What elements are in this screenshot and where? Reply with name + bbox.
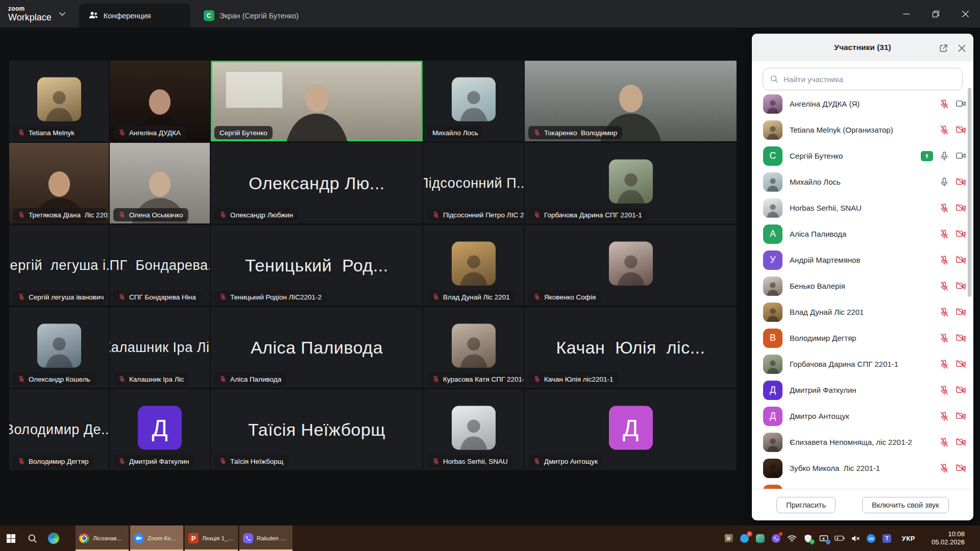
participant-row-14[interactable]: Єлизавета Непомняща, ліс 2201-2	[752, 429, 973, 455]
notification-badge-icon[interactable]: 5	[740, 533, 750, 543]
participant-row-12[interactable]: ДДмитрий Фаткулин	[752, 377, 973, 403]
camera-off-icon	[955, 411, 966, 420]
close-button[interactable]	[950, 0, 980, 28]
window-controls	[891, 0, 980, 28]
maximize-button[interactable]	[921, 0, 950, 28]
mic-muted-icon	[432, 293, 439, 300]
participant-row-5[interactable]: Horbas Serhii, SNAU	[752, 195, 973, 221]
participant-row-7[interactable]: УАндрій Мартемянов	[752, 247, 973, 273]
participant-name: Tetiana Melnyk (Организатор)	[790, 126, 932, 134]
start-button[interactable]	[0, 525, 21, 551]
nameplate: Олена Осьмачко	[113, 208, 188, 221]
participants-title: Участники (31)	[834, 43, 891, 52]
video-tile-7[interactable]: Олена Осьмачко	[110, 143, 210, 223]
mic-muted-icon	[118, 129, 126, 136]
bank-app-icon[interactable]	[755, 533, 766, 543]
mic-muted-icon	[118, 375, 126, 383]
teams-icon[interactable]: T	[882, 533, 892, 543]
participant-row-9[interactable]: Влад Дунай Ліс 2201	[752, 299, 973, 325]
participant-row-3[interactable]: CСергій Бутенко	[752, 143, 973, 169]
nameplate: Михайло Лось	[427, 126, 483, 139]
mic-muted-icon	[533, 211, 541, 218]
video-tile-15[interactable]: Яковенко Софія	[525, 225, 737, 306]
zoom-workplace-logo[interactable]: zoom Workplace	[0, 0, 52, 28]
cast-display-icon[interactable]	[819, 533, 829, 543]
taskbar-app-label: Rakuten Viber	[257, 535, 289, 541]
participant-row-15[interactable]: Зубко Микола Ліс 2201-1	[752, 455, 973, 481]
volume-muted-icon[interactable]	[850, 533, 861, 543]
video-tile-17[interactable]: Калашник Іра Ліс Калашник Іра Ліс	[110, 307, 210, 388]
search-input[interactable]	[763, 68, 963, 90]
mic-muted-icon	[432, 458, 439, 465]
video-tile-20[interactable]: Качан Юлія ліс... Качан Юлія ліс2201-1	[525, 307, 737, 388]
nameplate: Токаренко Володимир	[528, 126, 622, 139]
participant-row-1[interactable]: Ангеліна ДУДКА (Я)	[752, 91, 973, 117]
chevron-down-icon[interactable]	[59, 12, 66, 16]
video-tile-2[interactable]: Ангеліна ДУДКА	[110, 61, 210, 141]
nameplate: Горбачова Дарина СПГ 2201-1	[528, 208, 647, 221]
participant-row-4[interactable]: Михайло Лось	[752, 169, 973, 195]
taskbar-app-viber[interactable]: Rakuten Viber	[239, 525, 292, 551]
mic-muted-icon	[18, 293, 25, 300]
video-tile-14[interactable]: Влад Дунай Ліс 2201	[424, 225, 524, 306]
video-tile-10[interactable]: Горбачова Дарина СПГ 2201-1	[525, 143, 737, 223]
participant-search	[763, 68, 963, 90]
participant-row-2[interactable]: Tetiana Melnyk (Организатор)	[752, 117, 973, 143]
mic-muted-icon	[939, 255, 949, 265]
video-tile-3[interactable]: Сергій Бутенко	[211, 61, 423, 141]
taskbar-app-powerpoint[interactable]: P Лекція 1_ВСДФ (1)....	[185, 525, 238, 551]
video-tile-19[interactable]: Курасова Катя СПГ 2201-1	[424, 307, 524, 388]
tab-screen-share[interactable]: C Экран (Сергій Бутенко)	[194, 4, 308, 28]
participant-row-16[interactable]	[752, 481, 973, 489]
participant-row-8[interactable]: Бенько Валерія	[752, 273, 973, 299]
zoom-tray-icon[interactable]: zm	[866, 533, 876, 543]
invite-button[interactable]: Пригласить	[776, 497, 836, 513]
participant-name: Володимир Дегтяр	[790, 334, 932, 342]
unmute-self-button[interactable]: Включить свой звук	[862, 497, 949, 513]
taskbar-clock[interactable]: 10:08 05.02.2026	[925, 530, 965, 546]
tray-app-icon[interactable]	[724, 533, 734, 543]
participant-row-11[interactable]: Горбачова Дарина СПГ 2201-1	[752, 351, 973, 377]
tab-meeting[interactable]: Конференция	[79, 4, 190, 28]
taskbar-app-chrome[interactable]: Лісознавство як н...	[76, 525, 129, 551]
video-tile-1[interactable]: Tetiana Melnyk	[9, 61, 109, 141]
video-tile-25[interactable]: Д Дмитро Антощук	[525, 389, 737, 470]
video-tile-12[interactable]: СПГ Бондарева... СПГ Бондарева Ніна	[110, 225, 210, 306]
windows-logo-icon	[7, 534, 15, 543]
video-tile-9[interactable]: Підсосонний П... Підсосонний Петро ЛІС 2…	[424, 143, 524, 223]
video-tile-11[interactable]: Сергій легуша і... Сергій легуша іванови…	[9, 225, 109, 306]
participant-row-13[interactable]: ДДмитро Антощук	[752, 403, 973, 429]
video-tile-18[interactable]: Аліса Паливода Аліса Паливода	[211, 307, 423, 388]
video-tile-22[interactable]: Д Дмитрий Фаткулин	[110, 389, 210, 470]
close-panel-icon[interactable]	[956, 42, 967, 54]
taskbar-app-zoom[interactable]: Zoom Конференц...	[130, 525, 183, 551]
participant-row-6[interactable]: AАліса Паливода	[752, 221, 973, 247]
video-tile-4[interactable]: Михайло Лось	[424, 61, 524, 141]
nameplate: Сергій легуша іванович	[13, 290, 106, 304]
video-tile-8[interactable]: Олександр Лю... Олександр Любжин	[211, 143, 423, 223]
taskbar-app-label: Лісознавство як н...	[93, 535, 125, 541]
video-tile-16[interactable]: Олександр Кошель	[9, 307, 109, 388]
video-tile-6[interactable]: Третякова Діана Ліс 2201-2	[9, 143, 109, 223]
video-tile-23[interactable]: Таїсія Неїжборщ Таїсія Неїжборщ	[211, 389, 423, 470]
video-tile-24[interactable]: Horbas Serhii, SNAU	[424, 389, 524, 470]
minimize-button[interactable]	[891, 0, 921, 28]
video-tile-21[interactable]: Володимир Де... Володимир Дегтяр	[9, 389, 109, 470]
scrollbar-thumb[interactable]	[968, 88, 971, 297]
mic-muted-icon	[18, 375, 25, 383]
camera-on-icon	[955, 99, 966, 108]
pop-out-icon[interactable]	[938, 42, 949, 54]
viber-tray-icon[interactable]	[771, 533, 781, 543]
screen-sharing-icon	[921, 151, 933, 161]
participant-name: Горбачова Дарина СПГ 2201-1	[790, 360, 932, 368]
battery-icon[interactable]	[835, 533, 845, 543]
video-tile-13[interactable]: Теницький Род... Теницький Родіон ЛІС220…	[211, 225, 423, 306]
edge-browser-button[interactable]	[43, 525, 64, 551]
wifi-icon[interactable]	[787, 533, 797, 543]
video-tile-5[interactable]: Токаренко Володимир	[525, 61, 737, 141]
participant-row-10[interactable]: ВВолодимир Дегтяр	[752, 325, 973, 351]
participant-name-label: Калашник Іра Ліс	[129, 375, 184, 383]
taskbar-search-button[interactable]	[21, 525, 43, 551]
windows-security-icon[interactable]: ✓	[803, 533, 813, 543]
language-indicator[interactable]: УКР	[902, 535, 915, 542]
